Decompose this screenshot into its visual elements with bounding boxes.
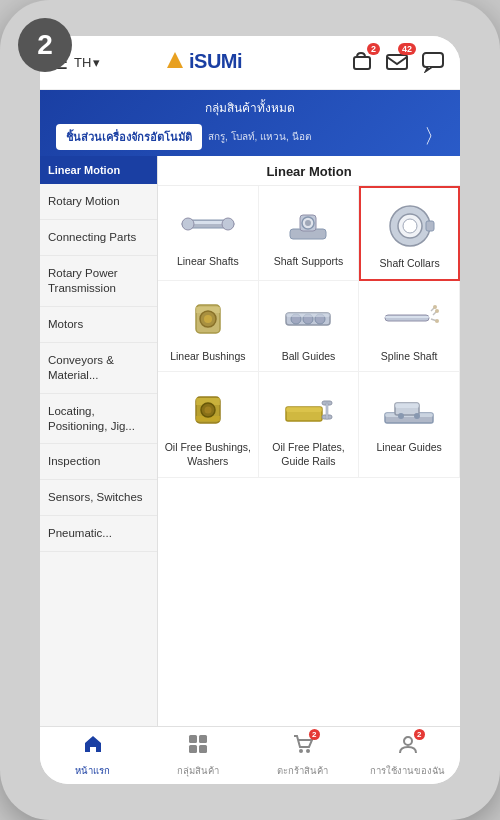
categories-label: กลุ่มสินค้า <box>177 763 219 778</box>
svg-marker-0 <box>167 52 183 68</box>
svg-point-8 <box>222 218 234 230</box>
category-item-shaft-supports[interactable]: Shaft Supports <box>259 186 360 281</box>
mail-icon-wrap[interactable]: 42 <box>382 47 412 79</box>
logo-area: iSUMi <box>106 46 340 79</box>
svg-text:iSUMi: iSUMi <box>189 50 242 72</box>
banner-subtitle: สกรู, โบลท์, แหวน, นีอต <box>208 129 418 144</box>
mail-badge: 42 <box>398 43 416 55</box>
cart-nav-badge: 2 <box>309 729 319 740</box>
chat-icon-wrap[interactable] <box>418 47 448 79</box>
oil-free-bushings-label: Oil Free Bushings, Washers <box>162 441 254 468</box>
bottom-nav-home[interactable]: หน้าแรก <box>40 729 145 782</box>
sidebar-item-pneumatic[interactable]: Pneumatic... <box>40 516 157 552</box>
svg-point-32 <box>435 309 439 313</box>
account-badge: 2 <box>414 729 424 740</box>
svg-rect-2 <box>354 57 370 69</box>
sidebar-item-rotary-power[interactable]: Rotary Power Transmission <box>40 256 157 307</box>
svg-point-31 <box>433 305 437 309</box>
sidebar-header: Linear Motion <box>40 156 157 184</box>
shaft-supports-image <box>278 196 338 251</box>
svg-rect-51 <box>199 735 207 743</box>
categories-icon <box>187 733 209 760</box>
svg-point-54 <box>299 749 303 753</box>
cart-icon-wrap[interactable]: 2 <box>346 47 376 79</box>
category-panel-title: Linear Motion <box>158 156 460 186</box>
svg-point-33 <box>435 319 439 323</box>
oil-free-plates-label: Oil Free Plates, Guide Rails <box>263 441 355 468</box>
svg-point-55 <box>306 749 310 753</box>
category-panel: Linear Motion Linear Shafts <box>158 156 460 726</box>
svg-rect-43 <box>326 403 328 419</box>
category-item-spline-shaft[interactable]: Spline Shaft <box>359 281 460 373</box>
cart-label: ตะกร้าสินค้า <box>277 763 328 778</box>
oil-free-bushings-image <box>178 382 238 437</box>
svg-point-38 <box>204 406 211 413</box>
phone-screen: ☰ TH ▾ iSUMi 2 <box>40 36 460 784</box>
svg-point-7 <box>182 218 194 230</box>
svg-rect-3 <box>387 55 407 69</box>
shaft-supports-label: Shaft Supports <box>274 255 343 269</box>
step-badge: 2 <box>18 18 72 72</box>
svg-point-20 <box>204 315 212 323</box>
category-item-linear-guides[interactable]: Linear Guides <box>359 372 460 477</box>
linear-bushings-image <box>178 291 238 346</box>
nav-icons: 2 42 <box>346 47 448 79</box>
account-label: การใช้งานของฉัน <box>370 763 445 778</box>
banner-tag: ชิ้นส่วนเครื่องจักรอัตโนมัติ <box>56 124 202 150</box>
svg-point-48 <box>398 413 404 419</box>
home-label: หน้าแรก <box>75 763 110 778</box>
home-icon <box>82 733 104 760</box>
account-icon <box>397 737 419 759</box>
sidebar-item-connecting-parts[interactable]: Connecting Parts <box>40 220 157 256</box>
svg-rect-4 <box>423 53 443 67</box>
ball-guides-label: Ball Guides <box>282 350 336 364</box>
cart-nav-icon <box>292 737 314 759</box>
svg-point-15 <box>403 219 417 233</box>
category-item-linear-shafts[interactable]: Linear Shafts <box>158 186 259 281</box>
sidebar-item-conveyors[interactable]: Conveyors & Material... <box>40 343 157 394</box>
sidebar-item-inspection[interactable]: Inspection <box>40 444 157 480</box>
svg-rect-47 <box>395 403 419 408</box>
top-nav: ☰ TH ▾ iSUMi 2 <box>40 36 460 90</box>
cart-badge: 2 <box>367 43 380 55</box>
cart-badge-wrap: 2 <box>292 733 314 760</box>
svg-rect-40 <box>286 407 322 412</box>
banner-title: กลุ่มสินค้าทั้งหมด <box>56 98 444 117</box>
category-item-shaft-collars[interactable]: Shaft Collars <box>359 186 460 281</box>
banner-tag-row: ชิ้นส่วนเครื่องจักรอัตโนมัติ สกรู, โบลท์… <box>56 123 444 150</box>
linear-guides-label: Linear Guides <box>376 441 441 455</box>
linear-shafts-label: Linear Shafts <box>177 255 239 269</box>
sidebar-item-rotary-motion[interactable]: Rotary Motion <box>40 184 157 220</box>
spline-shaft-image <box>379 291 439 346</box>
svg-rect-53 <box>199 745 207 753</box>
blue-banner[interactable]: กลุ่มสินค้าทั้งหมด ชิ้นส่วนเครื่องจักรอั… <box>40 90 460 156</box>
bottom-nav-cart[interactable]: 2 ตะกร้าสินค้า <box>250 729 355 782</box>
svg-point-56 <box>404 737 412 745</box>
svg-point-49 <box>414 413 420 419</box>
category-item-oil-free-bushings[interactable]: Oil Free Bushings, Washers <box>158 372 259 477</box>
sidebar-item-motors[interactable]: Motors <box>40 307 157 343</box>
svg-rect-50 <box>189 735 197 743</box>
sidebar-item-sensors[interactable]: Sensors, Switches <box>40 480 157 516</box>
shaft-collars-image <box>380 198 440 253</box>
svg-rect-27 <box>385 316 429 318</box>
banner-chevron-icon: 〉 <box>424 123 444 150</box>
bottom-nav-categories[interactable]: กลุ่มสินค้า <box>145 729 250 782</box>
category-item-oil-free-plates[interactable]: Oil Free Plates, Guide Rails <box>259 372 360 477</box>
linear-bushings-label: Linear Bushings <box>170 350 245 364</box>
svg-rect-52 <box>189 745 197 753</box>
shaft-collars-label: Shaft Collars <box>380 257 440 271</box>
linear-guides-image <box>379 382 439 437</box>
ball-guides-image <box>278 291 338 346</box>
bottom-nav-account[interactable]: 2 การใช้งานของฉัน <box>355 729 460 782</box>
account-badge-wrap: 2 <box>397 733 419 760</box>
bottom-nav: หน้าแรก กลุ่มสินค้า <box>40 726 460 784</box>
category-item-ball-guides[interactable]: Ball Guides <box>259 281 360 373</box>
linear-shafts-image <box>178 196 238 251</box>
lang-button[interactable]: TH ▾ <box>74 55 100 70</box>
category-item-linear-bushings[interactable]: Linear Bushings <box>158 281 259 373</box>
misumi-logo[interactable]: iSUMi <box>163 46 283 79</box>
sidebar-item-locating[interactable]: Locating, Positioning, Jig... <box>40 394 157 445</box>
svg-rect-25 <box>286 313 330 317</box>
oil-free-plates-image <box>278 382 338 437</box>
